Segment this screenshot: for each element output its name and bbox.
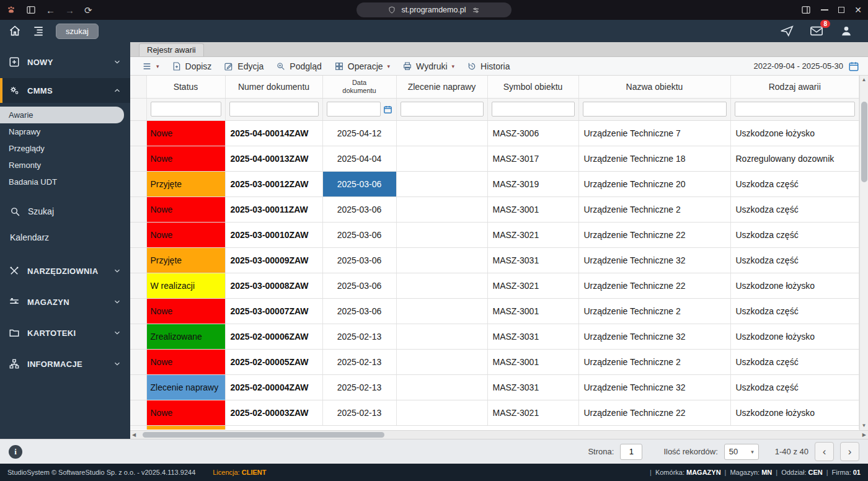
repair-order-cell[interactable] (396, 273, 487, 298)
filter-calendar-icon[interactable] (383, 105, 392, 114)
horizontal-scrollbar[interactable]: ◀ ▶ (130, 430, 868, 439)
document-number-cell[interactable]: 2025-02-00004ZAW (225, 374, 322, 400)
tab-rejestr-awarii[interactable]: Rejestr awarii (139, 43, 204, 56)
row-selector-cell[interactable] (130, 349, 146, 374)
document-number-cell[interactable]: 2025-02-00005ZAW (225, 349, 322, 374)
column-header-zlecenie-naprawy[interactable]: Zlecenie naprawy (396, 76, 487, 98)
object-symbol-cell[interactable]: MASZ-3001 (487, 196, 578, 222)
back-icon[interactable]: ← (46, 6, 55, 15)
menu-tree-icon[interactable] (32, 25, 45, 37)
object-name-cell[interactable]: Urządzenie Techniczne 32 (578, 374, 730, 400)
table-row[interactable]: Przyjęte2025-03-00012ZAW2025-03-06MASZ-3… (130, 171, 859, 196)
add-button[interactable]: Dopisz (166, 60, 218, 73)
document-date-cell[interactable]: 2025-03-06 (322, 298, 396, 324)
info-icon[interactable]: i (9, 445, 22, 459)
scroll-down-icon[interactable]: ▼ (862, 421, 867, 430)
failure-type-cell[interactable]: Uszkodzone łożysko (730, 324, 859, 349)
column-header-status[interactable]: Status (146, 76, 225, 98)
sidebar-item-magazyn[interactable]: MAGAZYN (0, 288, 130, 316)
sidebar-item-narzedziownia[interactable]: NARZĘDZIOWNIA (0, 257, 130, 285)
row-selector-cell[interactable] (130, 120, 146, 146)
row-selector-cell[interactable] (130, 222, 146, 247)
object-name-cell[interactable]: Urządzenie Techniczne 7 (578, 120, 730, 146)
repair-order-cell[interactable] (396, 374, 487, 400)
next-page-button[interactable]: › (840, 442, 859, 461)
prev-page-button[interactable]: ‹ (815, 442, 834, 461)
object-symbol-cell[interactable]: MASZ-3031 (487, 247, 578, 273)
row-selector-cell[interactable] (130, 273, 146, 298)
document-number-cell[interactable]: 2025-03-00008ZAW (225, 273, 322, 298)
document-date-cell[interactable]: 2025-04-12 (322, 120, 396, 146)
scroll-left-icon[interactable]: ◀ (132, 432, 136, 438)
document-date-cell[interactable]: 2025-03-06 (322, 222, 396, 247)
document-date-cell[interactable]: 2025-02-13 (322, 324, 396, 349)
status-cell[interactable]: Nowe (146, 120, 225, 146)
table-row[interactable]: Nowe2025-03-00010ZAW2025-03-06MASZ-3021U… (130, 222, 859, 247)
status-cell[interactable]: Nowe (146, 349, 225, 374)
sidebar-item-szukaj[interactable]: Szukaj (0, 200, 130, 223)
repair-order-cell[interactable] (396, 298, 487, 324)
row-selector-cell[interactable] (130, 247, 146, 273)
document-date-cell[interactable]: 2025-04-04 (322, 146, 396, 171)
object-name-cell[interactable]: Urządzenie Techniczne 32 (578, 247, 730, 273)
failure-type-cell[interactable]: Uszkodza część (730, 171, 859, 196)
failure-type-cell[interactable]: Uszkodza część (730, 196, 859, 222)
column-header-rodzaj-awarii[interactable]: Rodzaj awarii (730, 76, 859, 98)
table-row[interactable]: Zrealizowane2025-02-00006ZAW2025-02-13MA… (130, 324, 859, 349)
object-symbol-cell[interactable]: MASZ-3021 (487, 400, 578, 425)
document-number-cell[interactable]: 2025-03-00011ZAW (225, 196, 322, 222)
column-header-nazwa-obiektu[interactable]: Nazwa obiektu (578, 76, 730, 98)
table-row-partial[interactable] (130, 425, 859, 430)
object-name-cell[interactable]: Urządzenie Techniczne 2 (578, 298, 730, 324)
document-date-cell[interactable]: 2025-03-06 (322, 171, 396, 196)
object-symbol-cell[interactable]: MASZ-3031 (487, 374, 578, 400)
document-number-cell[interactable]: 2025-04-00013ZAW (225, 146, 322, 171)
filter-input-status[interactable] (151, 102, 221, 117)
table-row[interactable]: Nowe2025-02-00003ZAW2025-02-13MASZ-3021U… (130, 400, 859, 425)
url-bar[interactable]: st.programdemo.pl (356, 2, 512, 17)
filter-input-data-dokumentu[interactable] (327, 102, 381, 117)
column-header-symbol-obiektu[interactable]: Symbol obiektu (487, 76, 578, 98)
status-cell[interactable]: Nowe (146, 298, 225, 324)
filter-input-zlecenie-naprawy[interactable] (401, 102, 484, 117)
document-date-cell[interactable]: 2025-02-13 (322, 374, 396, 400)
document-date-cell[interactable]: 2025-02-13 (322, 349, 396, 374)
sidebar-item-przeglady[interactable]: Przeglądy (0, 140, 130, 157)
operations-button[interactable]: Operacje ▾ (329, 60, 396, 73)
document-number-cell[interactable]: 2025-04-00014ZAW (225, 120, 322, 146)
tab-sidebar-icon[interactable] (26, 5, 36, 15)
repair-order-cell[interactable] (396, 171, 487, 196)
filter-input-numer-dokumentu[interactable] (229, 102, 319, 117)
sidebar-item-cmms[interactable]: CMMS (0, 78, 130, 103)
row-selector-cell[interactable] (130, 146, 146, 171)
failure-type-cell[interactable]: Uszkodza część (730, 298, 859, 324)
table-row[interactable]: Nowe2025-03-00007ZAW2025-03-06MASZ-3001U… (130, 298, 859, 324)
object-name-cell[interactable]: Urządzenie Techniczne 32 (578, 324, 730, 349)
send-icon[interactable] (780, 24, 794, 38)
table-row[interactable]: Nowe2025-04-00013ZAW2025-04-04MASZ-3017U… (130, 146, 859, 171)
document-number-cell[interactable]: 2025-02-00003ZAW (225, 400, 322, 425)
row-selector-cell[interactable] (130, 196, 146, 222)
preview-button[interactable]: Podgląd (270, 60, 327, 73)
edit-button[interactable]: Edycja (218, 60, 269, 73)
table-row[interactable]: Nowe2025-02-00005ZAW2025-02-13MASZ-3001U… (130, 349, 859, 374)
horizontal-scroll-thumb[interactable] (143, 432, 384, 438)
status-cell[interactable]: Nowe (146, 222, 225, 247)
filter-input-nazwa-obiektu[interactable] (583, 102, 727, 117)
table-row[interactable]: Przyjęte2025-03-00009ZAW2025-03-06MASZ-3… (130, 247, 859, 273)
object-name-cell[interactable]: Urządzenie Techniczne 20 (578, 171, 730, 196)
row-selector-cell[interactable] (130, 324, 146, 349)
failure-type-cell[interactable]: Uszkodza część (730, 247, 859, 273)
date-range-calendar-icon[interactable] (848, 61, 859, 72)
table-row[interactable]: Zlecenie naprawy2025-02-00004ZAW2025-02-… (130, 374, 859, 400)
vertical-scrollbar[interactable]: ▲ ▼ (859, 76, 868, 430)
status-cell[interactable]: Przyjęte (146, 247, 225, 273)
records-per-page-select[interactable]: 50 ▾ (724, 444, 759, 460)
object-name-cell[interactable]: Urządzenie Techniczne 2 (578, 349, 730, 374)
repair-order-cell[interactable] (396, 120, 487, 146)
document-date-cell[interactable]: 2025-03-06 (322, 247, 396, 273)
repair-order-cell[interactable] (396, 247, 487, 273)
user-icon[interactable] (839, 24, 853, 38)
status-cell[interactable]: Zlecenie naprawy (146, 374, 225, 400)
document-number-cell[interactable]: 2025-03-00007ZAW (225, 298, 322, 324)
